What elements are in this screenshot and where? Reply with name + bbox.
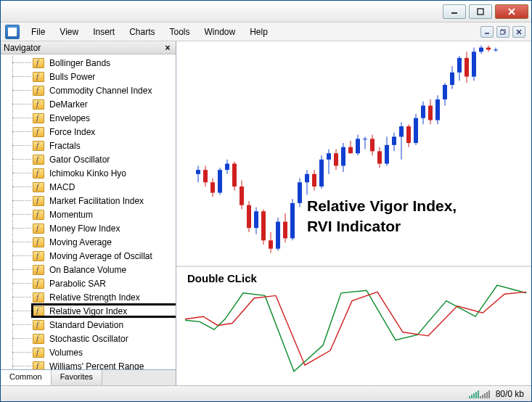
- svg-rect-62: [385, 145, 389, 164]
- mdi-controls: [480, 26, 530, 38]
- menu-view[interactable]: View: [52, 24, 86, 40]
- menu-tools[interactable]: Tools: [163, 24, 197, 40]
- svg-rect-72: [421, 106, 425, 118]
- svg-rect-10: [196, 170, 200, 174]
- tree-item-label: Money Flow Index: [47, 223, 122, 234]
- navigator-tree[interactable]: Bollinger BandsBulls PowerCommodity Chan…: [1, 54, 176, 369]
- tree-item[interactable]: Momentum: [4, 208, 176, 221]
- tree-item-label: Force Index: [47, 126, 97, 138]
- indicator-icon: [33, 155, 44, 165]
- tree-item[interactable]: Volumes: [4, 345, 176, 359]
- connection-bars-icon: [469, 390, 490, 398]
- indicator-icon: [33, 141, 44, 151]
- mdi-minimize-button[interactable]: [480, 26, 494, 38]
- tree-item[interactable]: Ichimoku Kinko Hyo: [4, 166, 176, 180]
- tree-item[interactable]: Relative Strength Index: [4, 290, 176, 304]
- minimize-button[interactable]: [443, 4, 466, 19]
- tree-item[interactable]: Parabolic SAR: [4, 276, 176, 290]
- menu-window[interactable]: Window: [197, 24, 243, 40]
- svg-rect-86: [472, 52, 476, 76]
- indicator-icon: [33, 223, 44, 234]
- svg-rect-1: [478, 9, 483, 15]
- navigator-close-icon[interactable]: ×: [163, 43, 173, 53]
- tree-item[interactable]: Bulls Power: [4, 70, 176, 83]
- svg-rect-52: [348, 147, 353, 154]
- svg-rect-6: [500, 30, 504, 34]
- svg-rect-84: [465, 58, 469, 77]
- tree-item[interactable]: Force Index: [4, 125, 176, 139]
- indicator-icon: [33, 127, 44, 137]
- navigator-tabs: Common Favorites: [1, 369, 176, 385]
- tree-item[interactable]: On Balance Volume: [4, 263, 176, 276]
- svg-rect-92: [494, 49, 498, 50]
- mdi-close-button[interactable]: [512, 26, 525, 38]
- tree-item[interactable]: MACD: [4, 180, 176, 194]
- indicator-icon: [33, 320, 44, 330]
- svg-rect-18: [225, 164, 229, 171]
- tree-item-label: Moving Average of Oscillat: [47, 250, 155, 262]
- tree-item[interactable]: Market Facilitation Index: [4, 194, 176, 208]
- svg-rect-20: [232, 164, 237, 186]
- indicator-icon: [33, 265, 44, 275]
- menu-file[interactable]: File: [24, 24, 52, 40]
- connection-status: 80/0 kb: [496, 389, 524, 399]
- tree-item-label: MACD: [47, 181, 77, 193]
- indicator-icon: [33, 182, 44, 192]
- mdi-restore-button[interactable]: [496, 26, 510, 38]
- tree-item-label: Envelopes: [47, 112, 92, 124]
- tab-favorites[interactable]: Favorites: [52, 370, 102, 385]
- tree-item-label: Gator Oscillator: [47, 154, 112, 165]
- tree-item-label: Fractals: [47, 140, 83, 152]
- tree-item[interactable]: Relative Vigor Index: [4, 304, 176, 318]
- svg-rect-66: [399, 126, 404, 136]
- menu-insert[interactable]: Insert: [86, 24, 122, 40]
- tree-item[interactable]: Bollinger Bands: [4, 56, 176, 70]
- indicator-icon: [33, 210, 44, 220]
- tree-item[interactable]: Fractals: [4, 139, 176, 152]
- close-button[interactable]: [495, 4, 528, 19]
- tree-item-label: Relative Strength Index: [47, 292, 142, 303]
- menubar: FileViewInsertChartsToolsWindowHelp: [1, 22, 531, 41]
- svg-rect-46: [327, 153, 331, 160]
- svg-rect-26: [254, 211, 258, 228]
- annotation-title-1: Relative Vigor Index,: [307, 197, 457, 215]
- svg-rect-74: [428, 106, 433, 120]
- tree-item[interactable]: Commodity Channel Index: [4, 83, 176, 97]
- tree-item[interactable]: Moving Average of Oscillat: [4, 249, 176, 263]
- statusbar: 80/0 kb: [1, 385, 531, 401]
- menu-help[interactable]: Help: [242, 24, 275, 40]
- tree-item[interactable]: Williams' Percent Range: [4, 359, 176, 369]
- tree-item[interactable]: Envelopes: [4, 111, 176, 125]
- svg-rect-42: [312, 174, 316, 186]
- indicator-icon: [33, 58, 44, 68]
- tree-item-label: Commodity Channel Index: [47, 85, 154, 97]
- indicator-icon: [33, 72, 44, 82]
- svg-rect-48: [334, 153, 338, 165]
- svg-rect-90: [486, 48, 491, 50]
- indicator-icon: [33, 348, 44, 358]
- tree-item[interactable]: Money Flow Index: [4, 221, 176, 235]
- tree-item[interactable]: Standard Deviation: [4, 318, 176, 332]
- indicator-icon: [33, 86, 44, 96]
- tree-item-label: Bollinger Bands: [47, 57, 112, 69]
- workspace: Navigator × Bollinger BandsBulls PowerCo…: [1, 41, 531, 385]
- svg-rect-76: [435, 99, 440, 120]
- indicator-icon: [33, 113, 44, 123]
- tab-common[interactable]: Common: [1, 370, 52, 385]
- tree-item-label: Williams' Percent Range: [47, 361, 146, 370]
- indicator-icon: [33, 334, 44, 344]
- tree-item-label: On Balance Volume: [47, 264, 128, 276]
- maximize-button[interactable]: [469, 4, 492, 19]
- menu-charts[interactable]: Charts: [122, 24, 162, 40]
- indicator-icon: [33, 361, 44, 370]
- navigator-header: Navigator ×: [1, 41, 176, 54]
- indicator-icon: [33, 306, 44, 316]
- tree-item[interactable]: Moving Average: [4, 235, 176, 249]
- chart-area[interactable]: Relative Vigor Index, RVI Indicator Doub…: [176, 41, 531, 385]
- tree-item[interactable]: DeMarker: [4, 97, 176, 111]
- svg-rect-58: [370, 139, 375, 151]
- annotation-double-click: Double CLick: [187, 272, 257, 284]
- tree-item[interactable]: Stochastic Oscillator: [4, 332, 176, 345]
- tree-item[interactable]: Gator Oscillator: [4, 152, 176, 166]
- svg-rect-12: [203, 170, 208, 182]
